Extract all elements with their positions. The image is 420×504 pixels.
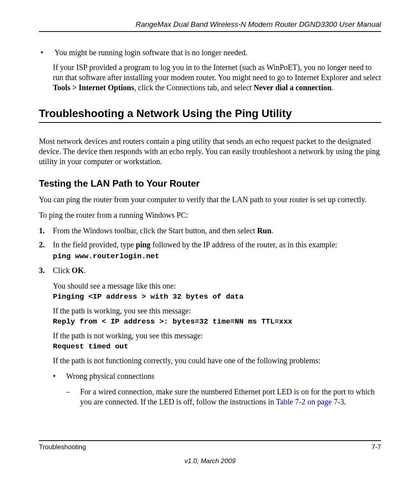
footer-chapter-name: Troubleshooting: [39, 443, 86, 451]
bullet-item: • You might be running login software th…: [39, 47, 381, 58]
result-intro: If the path is not functioning correctly…: [53, 355, 381, 366]
option-bold: Never dial a connection: [254, 83, 331, 92]
result-intro: If the path is working, you see this mes…: [53, 306, 381, 316]
step-item: Click OK. You should see a message like …: [39, 265, 381, 407]
text-segment: , click the Connections tab, and select: [134, 83, 254, 92]
text-segment: followed by the IP address of the router…: [150, 240, 337, 249]
step-item: From the Windows toolbar, click the Star…: [39, 226, 381, 236]
section-heading: Troubleshooting a Network Using the Ping…: [39, 107, 381, 123]
bullet-icon: •: [53, 371, 66, 381]
menu-path-bold: Tools > Internet Options: [53, 83, 134, 92]
sub-bullet-text: Wrong physical connections: [66, 371, 154, 381]
ui-label-bold: Run: [257, 226, 271, 235]
manual-page: RangeMax Dual Band Wireless-N Modem Rout…: [0, 0, 420, 504]
bullet-icon: •: [39, 47, 54, 58]
footer-rule: [39, 440, 381, 441]
code-line: ping www.routerlogin.net: [53, 251, 381, 261]
text-segment: .: [271, 226, 273, 235]
footer-page-number: 7-7: [371, 443, 381, 451]
dash-icon: –: [66, 387, 80, 407]
sub-dash-text: For a wired connection, make sure the nu…: [80, 387, 381, 407]
result-intro: If the path is not working, you see this…: [53, 331, 381, 341]
subsection-heading: Testing the LAN Path to Your Router: [39, 178, 381, 189]
code-line: Pinging <IP address > with 32 bytes of d…: [53, 292, 381, 302]
step-text: From the Windows toolbar, click the Star…: [53, 226, 257, 235]
body-paragraph: To ping the router from a running Window…: [39, 210, 381, 220]
bullet-text: You might be running login software that…: [54, 47, 247, 58]
cross-reference-link[interactable]: Table 7-2 on page 7-3: [276, 397, 344, 406]
text-segment: .: [84, 266, 86, 275]
procedure-list: From the Windows toolbar, click the Star…: [39, 226, 381, 407]
result-intro: You should see a message like this one:: [53, 281, 381, 291]
text-segment: .: [344, 397, 346, 406]
code-line: Request timed out: [53, 341, 381, 352]
sub-bullet-item: • Wrong physical connections: [53, 371, 381, 381]
text-segment: .: [331, 83, 333, 92]
bullet-detail-paragraph: If your ISP provided a program to log yo…: [53, 62, 381, 93]
page-footer: Troubleshooting 7-7 v1.0, March 2009: [39, 440, 381, 465]
running-header: RangeMax Dual Band Wireless-N Modem Rout…: [39, 20, 381, 32]
command-bold: ping: [136, 240, 150, 249]
body-paragraph: You can ping the router from your comput…: [39, 194, 381, 205]
step-text: In the field provided, type: [53, 240, 136, 249]
footer-version: v1.0, March 2009: [39, 457, 381, 465]
code-line: Reply from < IP address >: bytes=32 time…: [53, 317, 381, 327]
section-paragraph: Most network devices and routers contain…: [39, 136, 381, 166]
sub-dash-item: – For a wired connection, make sure the …: [66, 387, 381, 407]
ui-label-bold: OK: [72, 266, 84, 275]
step-item: In the field provided, type ping followe…: [39, 240, 381, 261]
step-text: Click: [53, 266, 72, 275]
text-segment: If your ISP provided a program to log yo…: [53, 63, 381, 82]
